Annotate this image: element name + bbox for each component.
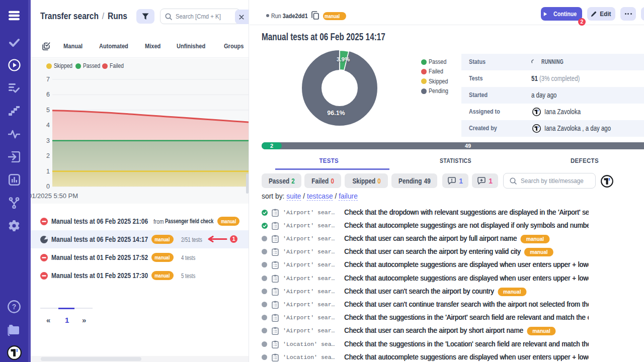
svg-text:96.1%: 96.1% (327, 110, 345, 117)
svg-text:01/2025 5:50 PM: 01/2025 5:50 PM (31, 192, 78, 200)
svg-text:0: 0 (46, 183, 50, 190)
svg-text:5: 5 (46, 107, 50, 114)
svg-text:2: 2 (46, 152, 50, 159)
svg-text:3: 3 (46, 137, 50, 144)
svg-text:7: 7 (46, 76, 50, 83)
svg-text:6: 6 (46, 91, 50, 98)
svg-text:4: 4 (46, 122, 50, 129)
svg-text:?: ? (12, 303, 17, 311)
svg-text:1: 1 (46, 168, 50, 175)
svg-text:3.9%: 3.9% (337, 56, 350, 62)
